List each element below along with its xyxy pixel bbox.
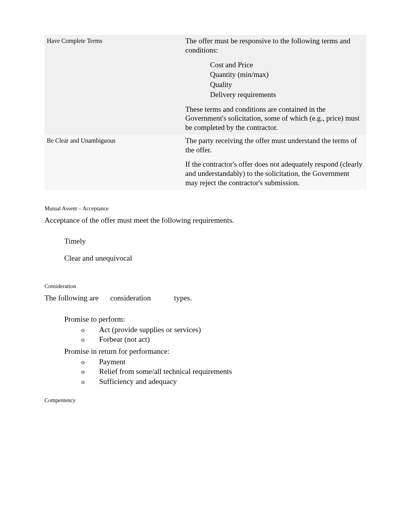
list-item: oRelief from some/all technical requirem…: [81, 367, 366, 376]
sub-item-text: Act (provide supplies or services): [99, 326, 201, 334]
term-text: Quantity (min/max): [210, 70, 269, 78]
offer-outro-text: These terms and conditions are contained…: [185, 105, 363, 132]
consideration-intro-pre: The following are: [45, 294, 99, 302]
assent-item-text: Timely: [64, 237, 86, 245]
assent-item-text: Clear and unequivocal: [64, 254, 132, 262]
table-row: Have Complete Terms The offer must be re…: [45, 35, 366, 135]
list-item: Clear and unequivocal: [46, 253, 366, 264]
consideration-intro-mid: consideration: [110, 294, 151, 302]
list-item: Promise in return for performance: oPaym…: [46, 346, 366, 386]
clear-p2: If the contractor's offer does not adequ…: [185, 160, 363, 187]
consideration-list: Promise to perform: oAct (provide suppli…: [46, 314, 366, 386]
sub-item-text: Payment: [99, 358, 125, 366]
sub-item-text: Sufficiency and adequacy: [99, 377, 177, 385]
list-item: oAct (provide supplies or services): [81, 325, 366, 334]
consideration-item-label: Promise to perform:: [64, 315, 125, 323]
consideration-intro: The following areconsiderationtypes.: [45, 293, 366, 303]
list-item: oPayment: [81, 357, 366, 367]
list-item: Cost and Price: [197, 60, 363, 70]
sub-bullet-icon: o: [81, 368, 99, 376]
term-text: Delivery requirements: [210, 90, 276, 99]
sub-bullet-icon: o: [81, 358, 99, 367]
list-item: Delivery requirements: [197, 90, 363, 99]
table-cell-right: The party receiving the offer must under…: [183, 135, 366, 190]
table-cell-left: Have Complete Terms: [45, 35, 183, 135]
offer-requirements-table: Have Complete Terms The offer must be re…: [45, 35, 366, 190]
sub-bullet-icon: o: [81, 336, 99, 344]
sub-item-text: Forbear (not act): [99, 335, 150, 343]
table-row: Be Clear and Unambiguous The party recei…: [45, 135, 366, 190]
clear-p1: The party receiving the offer must under…: [185, 136, 363, 155]
list-item: Timely: [46, 236, 366, 247]
sub-list: oAct (provide supplies or services) oFor…: [81, 325, 366, 344]
term-text: Quality: [210, 80, 232, 89]
sub-bullet-icon: o: [81, 326, 99, 334]
list-item: Quality: [197, 80, 363, 89]
document-page: Have Complete Terms The offer must be re…: [0, 0, 411, 454]
sub-item-text: Relief from some/all technical requireme…: [99, 367, 232, 375]
list-item: oForbear (not act): [81, 334, 366, 344]
sub-list: oPayment oRelief from some/all technical…: [81, 357, 366, 386]
list-item: oSufficiency and adequacy: [81, 377, 366, 386]
offer-intro-text: The offer must be responsive to the foll…: [185, 36, 363, 55]
section-heading-consideration: Consideration: [45, 283, 366, 290]
terms-list: Cost and Price Quantity (min/max) Qualit…: [185, 60, 363, 99]
table-cell-right: The offer must be responsive to the foll…: [183, 35, 366, 135]
term-text: Cost and Price: [210, 61, 253, 69]
consideration-item-label: Promise in return for performance:: [64, 347, 170, 355]
assent-list: Timely Clear and unequivocal: [46, 236, 366, 264]
consideration-intro-post: types.: [174, 294, 192, 302]
section-heading-assent: Mutual Assent – Acceptance: [45, 205, 366, 212]
assent-intro: Acceptance of the offer must meet the fo…: [45, 216, 366, 225]
table-cell-left: Be Clear and Unambiguous: [45, 135, 183, 190]
sub-bullet-icon: o: [81, 378, 99, 386]
section-heading-competency: Compentency: [45, 397, 366, 404]
list-item: Promise to perform: oAct (provide suppli…: [46, 314, 366, 344]
list-item: Quantity (min/max): [197, 70, 363, 79]
